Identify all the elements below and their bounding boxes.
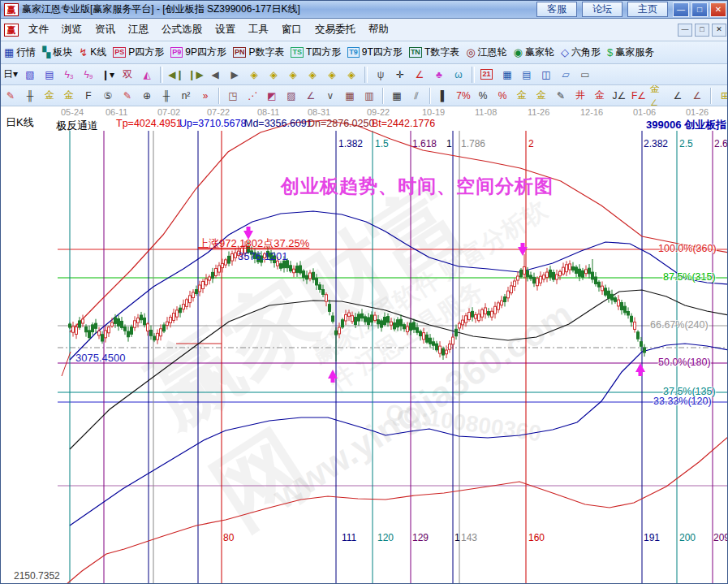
export-icon[interactable]: ▱ (557, 66, 575, 84)
p-digit-table-button[interactable]: PNP数字表 (233, 45, 285, 59)
winner-service-button[interactable]: $赢家服务 (607, 45, 654, 59)
diamond-hswap-icon[interactable]: ◈ (284, 66, 302, 84)
circle-ruler-icon[interactable]: ⊕ (138, 87, 156, 105)
period-dropdown[interactable]: 日▾ (2, 66, 19, 84)
diamond-expand-icon[interactable]: ◈ (342, 66, 360, 84)
save-icon[interactable]: ◫ (537, 66, 555, 84)
fan-grid-icon[interactable]: ▨ (282, 87, 300, 105)
ma9-icon[interactable]: ϟ₉ (80, 66, 97, 84)
next-page-icon[interactable]: ▶ (226, 66, 243, 84)
menu-交易委托[interactable]: 交易委托 (308, 20, 362, 39)
prev-page-icon[interactable]: ◀ (206, 66, 224, 84)
chart-overlay-icon[interactable]: ▧ (21, 66, 39, 84)
hexagon-button[interactable]: ◇六角形 (561, 45, 601, 59)
gann-wheel-button[interactable]: ◎江恩轮 (466, 45, 506, 59)
grid-tool-icon[interactable]: ▦ (341, 87, 359, 105)
angle-j-icon[interactable]: J∠ (610, 87, 628, 105)
draw-brush-icon[interactable]: ✎ (2, 87, 19, 105)
gold-circle-icon[interactable]: 金 (513, 87, 531, 105)
zigzag-icon[interactable]: ∨ (321, 87, 339, 105)
diamond-cross-icon[interactable]: ◈ (304, 66, 321, 84)
gold-red-icon[interactable]: 金 (591, 87, 609, 105)
diamond-shrink-icon[interactable]: ◈ (323, 66, 341, 84)
gann-grid-icon[interactable]: 井 (571, 87, 589, 105)
kline-chart-area[interactable]: 赢家财富网www.yingjia360.com赢家江恩软件 财富分析软件 江恩工… (1, 106, 728, 584)
diamond-right-icon[interactable]: ◈ (265, 66, 282, 84)
pct-lines-icon[interactable]: % (493, 87, 511, 105)
indicator-name[interactable]: 极反通道 (56, 119, 98, 133)
t-square-button[interactable]: TST四方形 (291, 45, 341, 59)
menu-帮助[interactable]: 帮助 (362, 20, 395, 39)
sectors-button[interactable]: ▚板块 (42, 45, 72, 59)
candle-style-dropdown[interactable]: ❙▾ (99, 66, 117, 84)
calendar-icon[interactable]: 21 (479, 66, 497, 84)
menu-窗口[interactable]: 窗口 (275, 20, 308, 39)
last-page-icon[interactable]: ❙▶ (187, 66, 205, 84)
ma3-icon[interactable]: ϟ₃ (60, 66, 78, 84)
candle-body (140, 315, 143, 320)
ray-lines-icon[interactable]: ∠ (302, 87, 320, 105)
close-button[interactable]: ✕ (710, 2, 726, 17)
volume-chart-icon[interactable]: ◭ (138, 66, 156, 84)
plain-ruler-icon[interactable]: ╫ (157, 87, 175, 105)
double-k-icon[interactable]: 双 (118, 66, 136, 84)
gold-lines-icon[interactable]: 金 (532, 87, 550, 105)
first-page-icon[interactable]: ◀❙ (167, 66, 185, 84)
service-button-3[interactable]: 主页 (627, 2, 668, 17)
fan-lines-icon[interactable]: ⋰ (243, 87, 261, 105)
f-ruler-icon[interactable]: F (80, 87, 97, 105)
mdi-restore-button[interactable]: □ (695, 24, 709, 37)
angle-measure-icon[interactable]: ∠ (411, 66, 429, 84)
gold-ruler-icon[interactable]: 金 (41, 87, 58, 105)
n2-ruler-icon[interactable]: n² (177, 87, 195, 105)
gann-tree-icon[interactable]: ♣ (430, 66, 448, 84)
maximize-button[interactable]: □ (691, 2, 708, 17)
fan-box-icon[interactable]: ◩ (263, 87, 281, 105)
menu-公式选股[interactable]: 公式选股 (155, 20, 209, 39)
pct-icon[interactable]: % (474, 87, 492, 105)
crosshair-tool-icon[interactable]: ✛ (391, 66, 409, 84)
pct7-icon[interactable]: 7% (454, 87, 472, 105)
9p-square-button[interactable]: P99P四方形 (170, 45, 226, 59)
minimize-button[interactable]: — (673, 2, 689, 17)
grid-yellow1-icon[interactable]: ⊞ (716, 87, 728, 105)
service-button-1[interactable]: 客服 (536, 2, 577, 17)
menu-工具[interactable]: 工具 (242, 20, 275, 39)
grid2-icon[interactable]: ▦ (388, 87, 406, 105)
menu-资讯[interactable]: 资讯 (88, 20, 122, 39)
info-panel-icon[interactable]: ▤ (41, 66, 58, 84)
red-brush-icon[interactable]: ✎ (118, 87, 136, 105)
t-digit-table-button[interactable]: TNT数字表 (409, 45, 459, 59)
9t-square-button[interactable]: T99T四方形 (347, 45, 403, 59)
more-tools-chevron[interactable]: » (196, 87, 214, 105)
angle-z-icon[interactable]: ∠ (688, 87, 706, 105)
angle-gold-icon[interactable]: 金∠ (649, 87, 667, 105)
hbars-icon[interactable]: ▌ (435, 87, 453, 105)
gann-box-icon[interactable]: ◳ (224, 87, 242, 105)
angle-f-icon[interactable]: F∠ (630, 87, 648, 105)
hand-tool-icon[interactable]: ψ (372, 66, 390, 84)
p-square-button[interactable]: PSP四方形 (113, 45, 164, 59)
menu-设置[interactable]: 设置 (209, 20, 242, 39)
diamond-left-icon[interactable]: ◈ (245, 66, 263, 84)
five-ruler-icon[interactable]: ⑤ (99, 87, 117, 105)
brain-tool-icon[interactable]: ω (450, 66, 467, 84)
mdi-minimize-button[interactable]: — (678, 24, 692, 37)
menu-文件[interactable]: 文件 (22, 20, 55, 39)
calculator-icon[interactable]: ▦ (498, 66, 516, 84)
notes-icon[interactable]: ▤ (518, 66, 536, 84)
quotes-button[interactable]: ▦行情 (4, 45, 36, 59)
winner-wheel-button[interactable]: ◉赢家轮 (514, 45, 554, 59)
service-button-2[interactable]: 论坛 (582, 2, 622, 17)
grid-col-icon[interactable]: ▥ (360, 87, 378, 105)
menu-浏览[interactable]: 浏览 (55, 20, 88, 39)
angle-up-icon[interactable]: ∠ (669, 87, 687, 105)
mdi-close-button[interactable]: ✕ (712, 24, 726, 37)
menu-江恩[interactable]: 江恩 (122, 20, 155, 39)
slant-lines-icon[interactable]: ⫽ (407, 87, 425, 105)
gold-ruler2-icon[interactable]: 金 (60, 87, 78, 105)
ruler-icon[interactable]: ╫ (21, 87, 39, 105)
kline-button[interactable]: ↯K线 (79, 45, 106, 59)
pen2-icon[interactable]: ✎ (552, 87, 570, 105)
print-icon[interactable]: ▭ (576, 66, 594, 84)
